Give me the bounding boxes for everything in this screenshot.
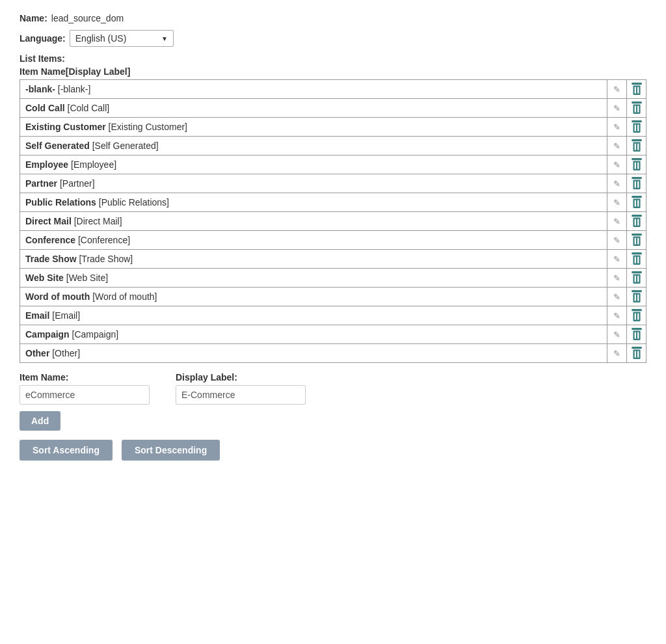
delete-icon[interactable] (631, 347, 643, 360)
table-row: Web Site [Web Site]✎ (20, 269, 646, 288)
edit-cell[interactable]: ✎ (607, 250, 627, 269)
edit-cell[interactable]: ✎ (607, 344, 627, 363)
edit-icon[interactable]: ✎ (613, 292, 620, 302)
edit-cell[interactable]: ✎ (607, 80, 627, 99)
delete-cell[interactable] (627, 212, 646, 231)
edit-icon[interactable]: ✎ (613, 160, 620, 170)
language-row: Language: English (US) ▼ (20, 30, 646, 47)
delete-icon[interactable] (631, 139, 643, 152)
delete-cell[interactable] (627, 288, 646, 306)
delete-icon[interactable] (631, 101, 643, 114)
sort-ascending-button[interactable]: Sort Ascending (20, 440, 113, 461)
item-label-text: [Email] (52, 310, 80, 321)
delete-cell[interactable] (627, 344, 646, 363)
item-cell: Other [Other] (20, 344, 607, 363)
edit-icon[interactable]: ✎ (613, 198, 620, 208)
display-label-group: Display Label: (176, 372, 306, 405)
delete-icon[interactable] (631, 120, 643, 133)
item-label-text: [-blank-] (58, 84, 91, 94)
delete-cell[interactable] (627, 99, 646, 118)
edit-cell[interactable]: ✎ (607, 306, 627, 325)
delete-cell[interactable] (627, 193, 646, 212)
item-name-text: Trade Show (25, 254, 79, 264)
edit-icon[interactable]: ✎ (613, 273, 620, 283)
svg-rect-44 (632, 290, 642, 292)
delete-cell[interactable] (627, 306, 646, 325)
edit-icon[interactable]: ✎ (613, 349, 620, 358)
edit-cell[interactable]: ✎ (607, 288, 627, 306)
delete-icon[interactable] (631, 215, 643, 228)
delete-cell[interactable] (627, 250, 646, 269)
item-cell: Web Site [Web Site] (20, 269, 607, 288)
delete-cell[interactable] (627, 155, 646, 174)
edit-cell[interactable]: ✎ (607, 99, 627, 118)
edit-icon[interactable]: ✎ (613, 103, 620, 113)
table-row: Self Generated [Self Generated]✎ (20, 137, 646, 155)
delete-icon[interactable] (631, 328, 643, 341)
item-name-text: Public Relations (25, 197, 99, 208)
table-row: Direct Mail [Direct Mail]✎ (20, 212, 646, 231)
edit-cell[interactable]: ✎ (607, 137, 627, 155)
delete-cell[interactable] (627, 118, 646, 137)
delete-icon[interactable] (631, 271, 643, 284)
item-label-text: [Direct Mail] (74, 216, 122, 226)
svg-rect-48 (632, 309, 642, 311)
edit-icon[interactable]: ✎ (613, 311, 620, 321)
svg-rect-18 (634, 163, 635, 169)
edit-cell[interactable]: ✎ (607, 193, 627, 212)
edit-cell[interactable]: ✎ (607, 269, 627, 288)
display-label-input[interactable] (176, 385, 306, 405)
delete-icon[interactable] (631, 83, 643, 96)
delete-cell[interactable] (627, 325, 646, 344)
svg-rect-27 (637, 200, 639, 207)
delete-icon[interactable] (631, 196, 643, 209)
item-label-text: [Self Generated] (92, 141, 159, 151)
edit-icon[interactable]: ✎ (613, 122, 620, 132)
delete-cell[interactable] (627, 174, 646, 193)
svg-rect-37 (633, 255, 640, 264)
add-button[interactable]: Add (20, 411, 60, 431)
svg-rect-42 (634, 276, 635, 282)
svg-rect-0 (632, 83, 642, 85)
delete-cell[interactable] (627, 269, 646, 288)
svg-rect-6 (634, 106, 635, 113)
edit-cell[interactable]: ✎ (607, 174, 627, 193)
table-row: Employee [Employee]✎ (20, 155, 646, 174)
item-cell: Cold Call [Cold Call] (20, 99, 607, 118)
edit-cell[interactable]: ✎ (607, 155, 627, 174)
item-name-input[interactable] (20, 385, 150, 405)
edit-icon[interactable]: ✎ (613, 330, 620, 340)
name-row: Name: lead_source_dom (20, 13, 646, 23)
delete-icon[interactable] (631, 177, 643, 190)
svg-rect-9 (633, 123, 640, 132)
edit-icon[interactable]: ✎ (613, 217, 620, 226)
edit-cell[interactable]: ✎ (607, 325, 627, 344)
svg-rect-2 (634, 87, 635, 94)
table-row: Conference [Conference]✎ (20, 231, 646, 250)
edit-icon[interactable]: ✎ (613, 179, 620, 189)
edit-cell[interactable]: ✎ (607, 231, 627, 250)
edit-icon[interactable]: ✎ (613, 254, 620, 264)
edit-cell[interactable]: ✎ (607, 212, 627, 231)
edit-icon[interactable]: ✎ (613, 85, 620, 94)
edit-icon[interactable]: ✎ (613, 141, 620, 151)
sort-descending-button[interactable]: Sort Descending (122, 440, 220, 461)
edit-icon[interactable]: ✎ (613, 235, 620, 245)
add-form: Item Name: Display Label: (20, 372, 646, 405)
delete-icon[interactable] (631, 252, 643, 265)
delete-icon[interactable] (631, 234, 643, 247)
delete-cell[interactable] (627, 80, 646, 99)
edit-cell[interactable]: ✎ (607, 118, 627, 137)
svg-rect-26 (634, 200, 635, 207)
delete-icon[interactable] (631, 290, 643, 303)
delete-cell[interactable] (627, 231, 646, 250)
svg-rect-52 (632, 328, 642, 330)
delete-icon[interactable] (631, 158, 643, 171)
delete-icon[interactable] (631, 309, 643, 322)
svg-rect-51 (637, 314, 639, 320)
item-name-text: Conference (25, 235, 78, 245)
language-select[interactable]: English (US) ▼ (70, 30, 174, 47)
delete-cell[interactable] (627, 137, 646, 155)
table-row: Email [Email]✎ (20, 306, 646, 325)
svg-rect-50 (634, 314, 635, 320)
